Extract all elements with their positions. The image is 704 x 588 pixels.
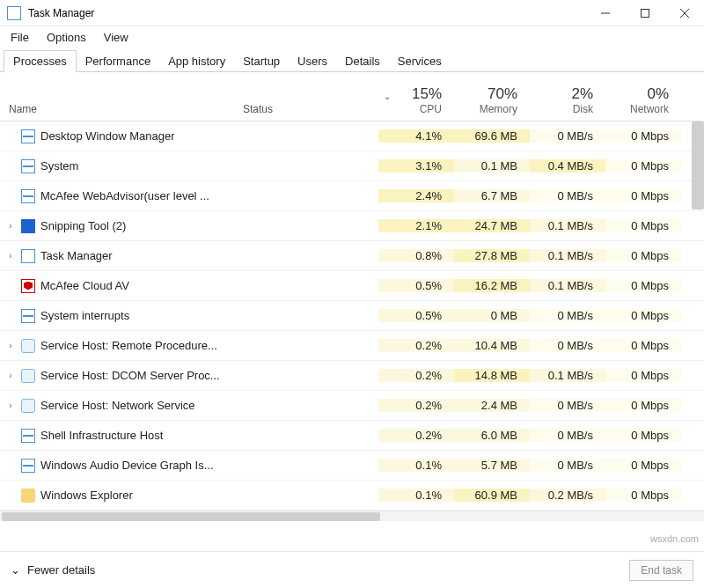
horizontal-scrollbar[interactable]: [0, 511, 704, 521]
tab-performance[interactable]: Performance: [77, 51, 159, 71]
expander-icon[interactable]: ›: [5, 341, 16, 350]
cpu-cell: 0.1%: [378, 459, 454, 472]
close-button[interactable]: [664, 0, 704, 26]
memory-cell: 6.0 MB: [454, 429, 530, 442]
process-icon: [21, 339, 35, 353]
menu-options[interactable]: Options: [40, 29, 93, 46]
process-name: Shell Infrastructure Host: [40, 429, 163, 442]
cpu-cell: 2.1%: [378, 219, 454, 232]
disk-cell: 0 MB/s: [530, 339, 605, 352]
cpu-label: CPU: [420, 103, 442, 115]
table-row[interactable]: ›Service Host: DCOM Server Proc...0.2%14…: [0, 361, 704, 391]
table-row[interactable]: McAfee Cloud AV0.5%16.2 MB0.1 MB/s0 Mbps: [0, 271, 704, 301]
process-name: System: [40, 159, 78, 173]
menu-file[interactable]: File: [4, 29, 36, 46]
table-row[interactable]: System3.1%0.1 MB0.4 MB/s0 Mbps: [0, 151, 704, 181]
expander-icon[interactable]: ›: [5, 221, 16, 231]
end-task-button[interactable]: End task: [629, 560, 693, 581]
network-cell: 0 Mbps: [605, 129, 681, 143]
expander-icon[interactable]: ›: [5, 251, 16, 261]
process-name: Task Manager: [40, 249, 113, 262]
process-name: Service Host: DCOM Server Proc...: [40, 369, 220, 382]
tab-users[interactable]: Users: [289, 51, 336, 71]
table-row[interactable]: Shell Infrastructure Host0.2%6.0 MB0 MB/…: [0, 421, 704, 451]
col-header-disk[interactable]: 2% Disk: [530, 86, 605, 121]
memory-label: Memory: [480, 103, 517, 115]
tab-details[interactable]: Details: [336, 51, 389, 71]
disk-cell: 0.1 MB/s: [530, 369, 605, 382]
table-row[interactable]: ›Task Manager0.8%27.8 MB0.1 MB/s0 Mbps: [0, 241, 704, 271]
memory-cell: 60.9 MB: [454, 489, 530, 502]
table-row[interactable]: ›Snipping Tool (2)2.1%24.7 MB0.1 MB/s0 M…: [0, 211, 704, 241]
table-row[interactable]: Windows Audio Device Graph Is...0.1%5.7 …: [0, 451, 704, 481]
process-name: Windows Explorer: [40, 489, 133, 502]
tab-app-history[interactable]: App history: [159, 51, 234, 71]
expander-icon[interactable]: ›: [5, 371, 16, 380]
cpu-cell: 0.2%: [378, 399, 454, 412]
table-row[interactable]: Desktop Window Manager4.1%69.6 MB0 MB/s0…: [0, 121, 704, 151]
memory-cell: 16.2 MB: [454, 279, 530, 292]
column-headers: Name Status ⌄ 15% CPU 70% Memory 2% Disk…: [0, 72, 704, 121]
disk-cell: 0 MB/s: [530, 399, 605, 412]
scrollbar-thumb[interactable]: [2, 512, 380, 521]
col-header-name[interactable]: Name: [0, 103, 243, 121]
memory-cell: 0.1 MB: [454, 159, 530, 173]
process-rows: Desktop Window Manager4.1%69.6 MB0 MB/s0…: [0, 121, 704, 511]
memory-cell: 10.4 MB: [454, 339, 530, 352]
fewer-details-toggle[interactable]: ⌄ Fewer details: [11, 563, 95, 577]
disk-cell: 0.2 MB/s: [530, 489, 605, 502]
disk-cell: 0.4 MB/s: [530, 159, 605, 173]
process-name: Snipping Tool (2): [40, 219, 126, 232]
col-header-cpu[interactable]: ⌄ 15% CPU: [378, 86, 454, 121]
tab-processes[interactable]: Processes: [4, 50, 77, 72]
network-cell: 0 Mbps: [605, 189, 681, 202]
process-icon: [21, 429, 35, 443]
process-name: McAfee Cloud AV: [40, 279, 129, 292]
menubar: File Options View: [0, 26, 704, 48]
table-row[interactable]: System interrupts0.5%0 MB0 MB/s0 Mbps: [0, 301, 704, 331]
process-name: System interrupts: [40, 309, 129, 322]
tab-services[interactable]: Services: [389, 51, 451, 71]
minimize-button[interactable]: [585, 0, 625, 26]
window-title: Task Manager: [28, 7, 94, 19]
memory-cell: 5.7 MB: [454, 459, 530, 472]
cpu-cell: 2.4%: [378, 189, 454, 202]
footer: ⌄ Fewer details End task: [0, 551, 704, 588]
cpu-cell: 0.1%: [378, 489, 454, 502]
maximize-button[interactable]: [625, 0, 664, 26]
network-cell: 0 Mbps: [605, 249, 681, 262]
process-icon: [21, 129, 35, 143]
table-row[interactable]: ›Service Host: Remote Procedure...0.2%10…: [0, 331, 704, 361]
network-cell: 0 Mbps: [605, 429, 681, 442]
process-name: Desktop Window Manager: [40, 129, 174, 143]
disk-cell: 0 MB/s: [530, 129, 605, 143]
tab-startup[interactable]: Startup: [234, 51, 289, 71]
table-row[interactable]: McAfee WebAdvisor(user level ...2.4%6.7 …: [0, 181, 704, 211]
network-cell: 0 Mbps: [605, 489, 681, 502]
cpu-cell: 0.2%: [378, 429, 454, 442]
disk-label: Disk: [573, 103, 593, 115]
col-header-network[interactable]: 0% Network: [605, 86, 681, 121]
network-cell: 0 Mbps: [605, 219, 681, 232]
memory-cell: 24.7 MB: [454, 219, 530, 232]
col-header-memory[interactable]: 70% Memory: [454, 86, 530, 121]
process-icon: [21, 219, 35, 233]
menu-view[interactable]: View: [97, 29, 136, 46]
table-row[interactable]: ›Service Host: Network Service0.2%2.4 MB…: [0, 391, 704, 421]
network-usage-pct: 0%: [605, 86, 669, 103]
expander-icon[interactable]: ›: [5, 401, 16, 410]
disk-cell: 0.1 MB/s: [530, 249, 605, 262]
memory-cell: 14.8 MB: [454, 369, 530, 382]
table-row[interactable]: Windows Explorer0.1%60.9 MB0.2 MB/s0 Mbp…: [0, 481, 704, 511]
cpu-cell: 3.1%: [378, 159, 454, 173]
vertical-scrollbar[interactable]: [692, 121, 704, 209]
sort-caret-icon: ⌄: [384, 92, 391, 101]
memory-usage-pct: 70%: [454, 86, 517, 103]
network-label: Network: [630, 103, 669, 115]
network-cell: 0 Mbps: [605, 159, 681, 173]
col-header-status[interactable]: Status: [243, 103, 378, 121]
process-icon: [21, 489, 35, 503]
network-cell: 0 Mbps: [605, 309, 681, 322]
disk-cell: 0 MB/s: [530, 309, 605, 322]
network-cell: 0 Mbps: [605, 279, 681, 292]
